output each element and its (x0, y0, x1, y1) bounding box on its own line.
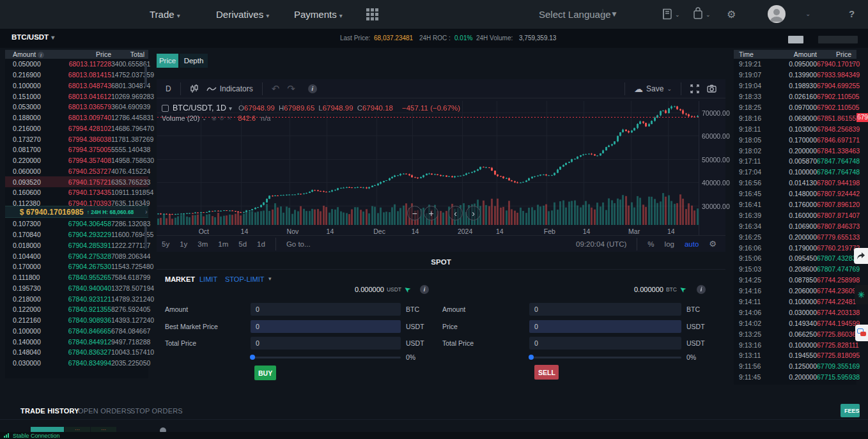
snapshot-camera-icon[interactable] (703, 84, 720, 93)
scroll-down-icon[interactable]: ▾ (143, 198, 146, 203)
chevron-down-icon[interactable]: ▾ (229, 105, 232, 112)
orderbook-bid-row[interactable]: 0.21216067840.90893614393.127240 (5, 315, 148, 326)
orderbook-bid-row[interactable]: 0.17000067904.26753011543.725480 (5, 261, 148, 272)
axis-settings-gear-icon[interactable]: ⚙ (704, 239, 722, 249)
apps-grid-icon[interactable] (366, 8, 378, 23)
info-icon[interactable]: i (697, 285, 706, 294)
range-button-5d[interactable]: 5d (233, 240, 252, 248)
eye-icon[interactable]: ◉ (212, 115, 217, 121)
orderbook-ask-row[interactable]: 0.08170067994.3750055555.140438 (5, 144, 148, 155)
orderbook-bid-row[interactable]: 0.14000067840.8449129497.718288 (5, 336, 148, 347)
range-button-1m[interactable]: 1m (213, 240, 233, 248)
orderbook-bid-row[interactable]: 0.17084067904.29322911600.769455 (5, 229, 148, 240)
sell-slider-handle[interactable] (529, 355, 534, 360)
nav-payments[interactable]: Payments▾ (294, 9, 343, 20)
orderbook-ask-row[interactable]: 0.06000067940.2537274076.415224 (5, 166, 148, 177)
orderbook-bid-row[interactable]: 0.11180067840.9552657584.618799 (5, 272, 148, 283)
scroll-up-icon[interactable]: ▴ (851, 60, 854, 65)
language-dropdown-icon[interactable]: ▼ (610, 10, 618, 19)
legend-symbol[interactable]: BTC/USDT, 1D (173, 104, 226, 112)
volume-legend-label[interactable]: Volume (20) (162, 114, 199, 122)
tab-trade-history[interactable]: TRADE HISTORY (20, 407, 79, 415)
buy-total-input[interactable]: 0 (251, 337, 401, 350)
symbol-search-icon[interactable] (162, 105, 169, 112)
order-type-chevron-icon[interactable]: ▾ (268, 275, 272, 282)
pan-left-button[interactable]: ‹ (448, 206, 463, 220)
redo-icon[interactable]: ↷ (283, 83, 299, 95)
orderbook-bid-row[interactable]: 0.01800067904.2853911222.277137 (5, 240, 148, 251)
tab-depth[interactable]: Depth (180, 54, 208, 68)
avatar[interactable] (768, 5, 786, 23)
fees-button[interactable]: FEES (841, 404, 860, 417)
tab-stop-orders[interactable]: STOP ORDERS (130, 407, 183, 415)
orderbook-bid-row[interactable]: 0.12200067840.9213558276.592405 (5, 304, 148, 315)
share-widget[interactable] (854, 248, 868, 264)
scroll-up-icon[interactable]: ▴ (143, 60, 146, 65)
orderbook-ask-row[interactable]: 0.15100068013.04161210269.969283 (5, 91, 148, 102)
buy-price-input[interactable]: 0 (251, 320, 401, 333)
percent-scale-button[interactable]: % (642, 240, 659, 248)
pan-right-button[interactable]: › (466, 206, 481, 220)
orderbook-ask-row[interactable]: 0.05000068013.1172283400.655861 (5, 59, 148, 70)
orderbook-ask-row[interactable]: 0.09352067940.1757216353.765233 (5, 176, 148, 187)
range-button-1d[interactable]: 1d (252, 240, 270, 248)
orderbook-ask-row[interactable]: 0.05300068013.0365793604.690939 (5, 102, 148, 112)
orderbook-bid-row[interactable]: 0.19573067840.94004013278.507194 (5, 283, 148, 294)
buy-amount-input[interactable]: 0 (251, 303, 401, 316)
tab-open-orders[interactable]: OPEN ORDERS (78, 407, 132, 415)
sell-amount-input[interactable]: 0 (529, 303, 681, 316)
orderbook-bid-row[interactable]: 0.10440067904.2753287089.206344 (5, 250, 148, 261)
sell-slider[interactable] (529, 357, 681, 358)
log-scale-button[interactable]: log (660, 240, 679, 248)
candle-style-icon[interactable] (186, 84, 203, 94)
tab-limit[interactable]: LIMIT (199, 275, 217, 283)
buy-slider-handle[interactable] (250, 355, 255, 360)
sell-total-input[interactable]: 0 (529, 337, 681, 350)
bids-scrollbar[interactable] (144, 226, 147, 249)
fullscreen-icon[interactable] (686, 84, 703, 93)
panel-collapse-icon[interactable]: › (145, 208, 148, 215)
auto-scale-button[interactable]: auto (679, 240, 704, 248)
orderbook-bid-row[interactable]: 0.10000067840.8466656784.084667 (5, 326, 148, 337)
nav-derivatives[interactable]: Derivatives▾ (216, 9, 269, 20)
chat-widget[interactable] (855, 325, 868, 341)
buy-button[interactable]: BUY (254, 366, 276, 380)
undo-icon[interactable]: ↶ (268, 83, 284, 95)
cloud-save-button[interactable]: ☁Save⌄ (630, 84, 676, 94)
orderbook-ask-row[interactable]: 0.21600067994.42810214686.796470 (5, 123, 148, 134)
info-icon[interactable]: i (38, 52, 44, 58)
chevron-down-icon[interactable]: ⌄ (202, 116, 206, 121)
tab-market[interactable]: MARKET (165, 275, 195, 283)
tab-stop-limit[interactable]: STOP-LIMIT (225, 275, 265, 283)
settings-gear-icon[interactable]: ⚙ (219, 115, 224, 121)
indicators-button[interactable]: Indicators (203, 84, 257, 93)
assistant-widget[interactable]: ✳ (855, 285, 868, 304)
orderbook-ask-row[interactable]: 0.17327067994.38603811781.387269 (5, 134, 148, 144)
orderbook-ask-row[interactable]: 0.10000068013.0487436801.304874 (5, 81, 148, 91)
help-icon[interactable]: ? (849, 8, 855, 19)
tab-price[interactable]: Price (157, 54, 178, 68)
close-icon[interactable]: ✕ (227, 115, 232, 121)
orders-book-icon[interactable] (662, 8, 672, 22)
info-icon[interactable]: i (308, 84, 317, 93)
orderbook-ask-row[interactable]: 0.22000067994.35740814958.758630 (5, 155, 148, 166)
clock-button[interactable]: 09:20:04 (UTC) (571, 240, 632, 248)
orderbook-ask-row[interactable]: 0.16060067940.17343510911.191854 (5, 187, 148, 198)
range-button-5y[interactable]: 5y (157, 240, 174, 248)
security-bag-icon[interactable] (693, 7, 703, 22)
range-button-1y[interactable]: 1y (174, 240, 192, 248)
goto-button[interactable]: Go to... (281, 240, 316, 248)
orderbook-bid-row[interactable]: 0.21800067840.92312114789.321240 (5, 293, 148, 304)
account-chevron-icon[interactable]: ⌄ (805, 10, 810, 17)
select-language[interactable]: Select Language (539, 9, 611, 20)
orderbook-bid-row[interactable]: 0.10730067904.3064587286.132083 (5, 219, 148, 229)
orderbook-ask-row[interactable]: 0.18800068013.00974012786.445831 (5, 112, 148, 123)
pair-selector[interactable]: BTC/USDT▾ (12, 33, 54, 41)
range-button-3m[interactable]: 3m (192, 240, 213, 248)
zoom-out-button[interactable]: − (407, 206, 422, 220)
sell-price-input[interactable]: 0 (529, 320, 681, 333)
zoom-in-button[interactable]: + (424, 206, 438, 220)
orderbook-bid-row[interactable]: 0.14804067840.83632710043.157410 (5, 347, 148, 358)
orderbook-ask-row[interactable]: 0.21690068013.08141514752.037359 (5, 70, 148, 81)
sell-button[interactable]: SELL (534, 365, 559, 380)
